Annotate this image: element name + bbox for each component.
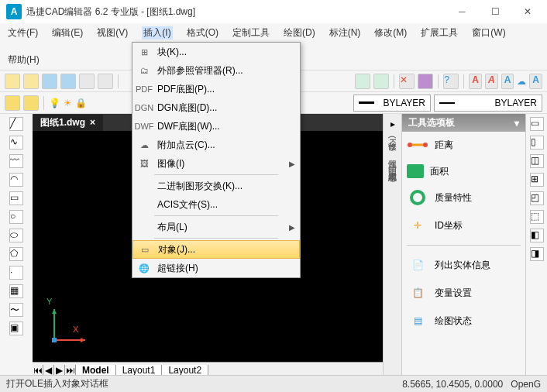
vars-icon: 📋 [407,284,428,301]
layer2-icon[interactable] [23,95,39,111]
rect-tool-icon[interactable]: ▭ [9,191,23,205]
menu-dimension[interactable]: 标注(N) [329,26,361,40]
new-icon[interactable] [5,74,20,89]
menu-item-image[interactable]: 🖼图像(I)▶ [132,154,300,173]
saveall-icon[interactable] [60,74,76,89]
menu-item-layout[interactable]: 布局(L)▶ [132,218,300,236]
rtool-5-icon[interactable]: ◰ [530,191,544,205]
dwf-icon: DWF [137,119,151,133]
layout-tab-model[interactable]: Model [76,365,116,376]
menu-edit[interactable]: 编辑(E) [52,26,83,40]
menu-format[interactable]: 格式(O) [187,26,218,40]
menu-item-block[interactable]: ⊞块(K)... [132,43,300,61]
right-toolbar: ▭ ▯ ◫ ⊞ ◰ ⬚ ◧ ◨ [525,114,547,377]
status-hint: 打开OLE插入对象对话框 [6,377,108,390]
menu-insert[interactable]: 插入(I) [142,26,172,40]
undo-icon[interactable] [355,74,370,89]
palette-item-vars[interactable]: 📋变量设置 [407,284,521,301]
hatch-tool-icon[interactable]: ▦ [9,284,23,298]
sun-icon[interactable]: ☀ [64,98,72,108]
maximize-icon[interactable]: ☐ [491,6,502,17]
menu-item-dwf[interactable]: DWFDWF底图(W)... [132,117,300,136]
window-title: 迅捷CAD编辑器 6.2 专业版 - [图纸1.dwg] [26,5,195,19]
layout-tab-2[interactable]: Layout2 [162,365,208,376]
palette-pin-icon[interactable]: ▾ [514,118,519,129]
palette-item-mass[interactable]: 质量特性 [407,189,521,206]
menu-draw[interactable]: 绘图(D) [284,26,315,40]
tool-palette: 工具选项板 ▾ 距离 面积 质量特性 ✛ID坐标 📄列出实体信息 📋变量设置 ▤… [401,114,525,377]
block-tool-icon[interactable]: ▣ [9,322,23,335]
text-a3-icon[interactable]: A [501,74,514,89]
collapse-icon[interactable]: ▸ [390,119,395,129]
rtool-4-icon[interactable]: ⊞ [530,173,544,187]
text-a4-icon[interactable]: A [529,74,542,89]
minimize-icon[interactable]: ─ [459,6,470,17]
rtool-1-icon[interactable]: ▭ [530,117,544,131]
rtool-7-icon[interactable]: ◧ [530,229,544,242]
menu-item-pdf[interactable]: PDFPDF底图(P)... [132,80,300,98]
palette-item-distance[interactable]: 距离 [407,136,521,153]
open-icon[interactable] [23,74,39,89]
polyline-tool-icon[interactable]: ∿ [9,136,23,150]
menu-modify[interactable]: 修改(M) [374,26,407,40]
svg-point-6 [408,143,412,147]
rtool-8-icon[interactable]: ◨ [530,247,544,261]
save-icon[interactable] [42,74,57,89]
menu-view[interactable]: 视图(V) [97,26,128,40]
palette-item-id[interactable]: ✛ID坐标 [407,217,521,234]
line-tool-icon[interactable]: ╱ [9,117,23,131]
close-icon[interactable]: ✕ [524,6,535,17]
status-bar: 打开OLE插入对象对话框 8.5665, 10.4505, 0.0000 Ope… [0,375,547,392]
spline-tool-icon[interactable]: 〰 [9,154,23,168]
layout-last-icon[interactable]: ⏭ [65,365,76,376]
doc-tab-1[interactable]: 图纸1.dwg× [33,115,103,131]
menu-extend-tools[interactable]: 扩展工具 [421,26,458,40]
circle-tool-icon[interactable]: ○ [9,210,23,224]
bylayer-combo-2[interactable]: BYLAYER [434,95,542,112]
palette-item-list[interactable]: 📄列出实体信息 [407,256,521,273]
polygon-tool-icon[interactable]: ⬠ [9,247,23,261]
ellipse-tool-icon[interactable]: ⬭ [9,229,23,242]
menu-item-hyperlink[interactable]: 🌐超链接(H) [132,259,300,277]
vtab-modify[interactable]: 修改(K) [387,136,398,147]
rtool-2-icon[interactable]: ▯ [530,136,544,150]
redo-icon[interactable] [373,74,389,89]
print-icon[interactable] [79,74,95,89]
text-a1-icon[interactable]: A [469,74,482,89]
menu-item-binary[interactable]: 二进制图形交换(K)... [132,177,300,195]
menu-item-acis[interactable]: ACIS文件(S)... [132,195,300,214]
layout-tab-1[interactable]: Layout1 [116,365,163,376]
lock-icon[interactable]: 🔒 [75,98,87,108]
image-icon: 🖼 [137,156,151,170]
delete-icon[interactable]: ✕ [399,74,415,89]
text-tool-icon[interactable]: 〜 [9,303,23,317]
bylayer-combo-1[interactable]: BYLAYER [353,95,431,112]
layout-prev-icon[interactable]: ◀ [43,365,54,376]
pdf-icon: PDF [137,82,151,96]
palette-item-area[interactable]: 面积 [407,164,521,178]
menu-item-xref[interactable]: 🗂外部参照管理器(R)... [132,61,300,80]
layout-first-icon[interactable]: ⏮ [33,365,43,376]
x-axis-label: X [73,325,78,334]
layer-icon[interactable] [5,95,20,111]
menu-window[interactable]: 窗口(W) [472,26,505,40]
help-icon[interactable]: ? [443,74,459,89]
layout-next-icon[interactable]: ▶ [54,365,65,376]
point-tool-icon[interactable]: · [9,266,23,280]
menu-custom-tools[interactable]: 定制工具 [232,26,270,40]
preview-icon[interactable] [98,74,113,89]
rtool-3-icon[interactable]: ◫ [530,154,544,168]
rtool-6-icon[interactable]: ⬚ [530,210,544,224]
bulb-icon[interactable]: 💡 [49,98,60,108]
menu-help[interactable]: 帮助(H) [8,53,40,67]
arc-tool-icon[interactable]: ◠ [9,173,23,187]
palette-item-status[interactable]: ▤绘图状态 [407,312,521,329]
text-a2-icon[interactable]: A [485,74,498,89]
plugin-icon[interactable] [418,74,433,89]
block-icon: ⊞ [137,45,151,59]
menu-file[interactable]: 文件(F) [8,26,38,40]
menu-item-object[interactable]: ▭对象(J)... [132,240,300,259]
menu-item-dgn[interactable]: DGNDGN底图(D)... [132,98,300,117]
menu-item-pointcloud[interactable]: ☁附加点云(C)... [132,136,300,154]
tab-close-icon[interactable]: × [90,117,95,128]
